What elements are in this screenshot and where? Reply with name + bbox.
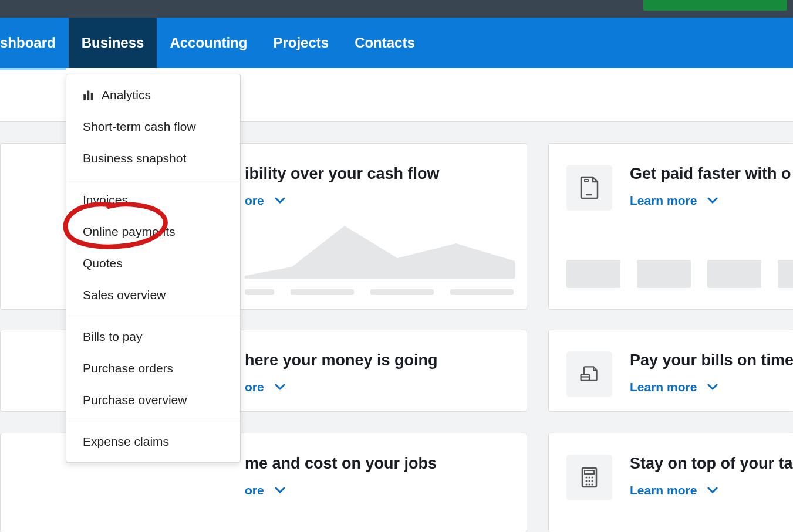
- menu-analytics[interactable]: Analytics: [66, 79, 240, 111]
- svg-point-9: [586, 477, 588, 479]
- menu-sales-overview[interactable]: Sales overview: [66, 279, 240, 311]
- learn-label: Learn more: [630, 380, 697, 394]
- learn-more-link[interactable]: ore: [245, 194, 505, 208]
- card-title: Get paid faster with o: [630, 165, 791, 183]
- svg-rect-8: [585, 470, 594, 474]
- svg-point-12: [586, 480, 588, 482]
- learn-label: ore: [245, 380, 264, 394]
- card-title: ibility over your cash flow: [245, 165, 505, 183]
- menu-label: Bills to pay: [83, 330, 143, 344]
- card-title: Pay your bills on time: [630, 351, 793, 370]
- svg-point-10: [589, 477, 590, 479]
- card-pay-bills: Pay your bills on time Learn more: [548, 330, 793, 412]
- document-icon: [566, 165, 612, 211]
- menu-purchase-orders[interactable]: Purchase orders: [66, 353, 240, 384]
- placeholder-bars: [245, 289, 514, 295]
- top-bar: [0, 0, 793, 18]
- learn-label: Learn more: [630, 483, 697, 497]
- svg-point-14: [592, 480, 593, 482]
- card-title: here your money is going: [245, 351, 505, 370]
- learn-more-link[interactable]: Learn more: [630, 380, 793, 394]
- main-nav: shboard Business Accounting Projects Con…: [0, 18, 793, 68]
- learn-label: Learn more: [630, 194, 697, 208]
- analytics-icon: [83, 89, 95, 101]
- card-tax: Stay on top of your ta Learn more: [548, 433, 793, 532]
- menu-label: Sales overview: [83, 288, 166, 302]
- svg-point-13: [589, 480, 590, 482]
- learn-more-link[interactable]: ore: [245, 380, 505, 394]
- chevron-down-icon: [275, 487, 285, 494]
- menu-label: Expense claims: [83, 435, 169, 449]
- menu-label: Online payments: [83, 225, 176, 239]
- menu-bills-to-pay[interactable]: Bills to pay: [66, 321, 240, 353]
- learn-more-link[interactable]: Learn more: [630, 194, 791, 208]
- menu-short-term-cash-flow[interactable]: Short-term cash flow: [66, 111, 240, 143]
- menu-label: Quotes: [83, 256, 123, 270]
- sparkline-placeholder: [245, 226, 515, 279]
- chevron-down-icon: [707, 197, 718, 204]
- svg-point-11: [592, 477, 593, 479]
- nav-accounting[interactable]: Accounting: [157, 18, 260, 68]
- bills-icon: [566, 351, 612, 397]
- menu-label: Short-term cash flow: [83, 120, 196, 134]
- chevron-down-icon: [707, 384, 718, 391]
- menu-invoices[interactable]: Invoices: [66, 184, 240, 216]
- learn-more-link[interactable]: Learn more: [630, 483, 793, 497]
- card-title: me and cost on your jobs: [245, 455, 505, 473]
- menu-label: Purchase orders: [83, 361, 173, 375]
- svg-point-16: [589, 484, 590, 486]
- menu-quotes[interactable]: Quotes: [66, 248, 240, 279]
- svg-rect-2: [91, 93, 93, 100]
- nav-business[interactable]: Business: [69, 18, 157, 68]
- menu-business-snapshot[interactable]: Business snapshot: [66, 143, 240, 174]
- chevron-down-icon: [275, 197, 285, 204]
- menu-expense-claims[interactable]: Expense claims: [66, 426, 240, 458]
- placeholder-boxes: [566, 260, 793, 288]
- nav-underline: [0, 68, 66, 70]
- svg-rect-1: [87, 91, 90, 100]
- chevron-down-icon: [275, 384, 285, 391]
- calculator-icon: [566, 455, 612, 500]
- menu-label: Invoices: [83, 193, 128, 207]
- nav-projects[interactable]: Projects: [260, 18, 342, 68]
- cta-button[interactable]: [643, 0, 787, 11]
- nav-contacts[interactable]: Contacts: [342, 18, 428, 68]
- svg-point-15: [586, 484, 588, 486]
- learn-label: ore: [245, 483, 264, 497]
- nav-dashboard[interactable]: shboard: [0, 18, 69, 68]
- learn-more-link[interactable]: ore: [245, 483, 505, 497]
- card-title: Stay on top of your ta: [630, 455, 793, 473]
- chevron-down-icon: [707, 487, 718, 494]
- svg-point-17: [592, 484, 593, 486]
- menu-label: Business snapshot: [83, 151, 186, 165]
- svg-rect-4: [585, 179, 588, 182]
- card-get-paid: Get paid faster with o Learn more: [548, 143, 793, 310]
- menu-purchase-overview[interactable]: Purchase overview: [66, 384, 240, 416]
- menu-label: Analytics: [102, 88, 151, 102]
- menu-online-payments[interactable]: Online payments: [66, 216, 240, 248]
- svg-rect-0: [83, 94, 86, 100]
- business-dropdown: Analytics Short-term cash flow Business …: [66, 74, 241, 463]
- learn-label: ore: [245, 194, 264, 208]
- menu-label: Purchase overview: [83, 393, 187, 407]
